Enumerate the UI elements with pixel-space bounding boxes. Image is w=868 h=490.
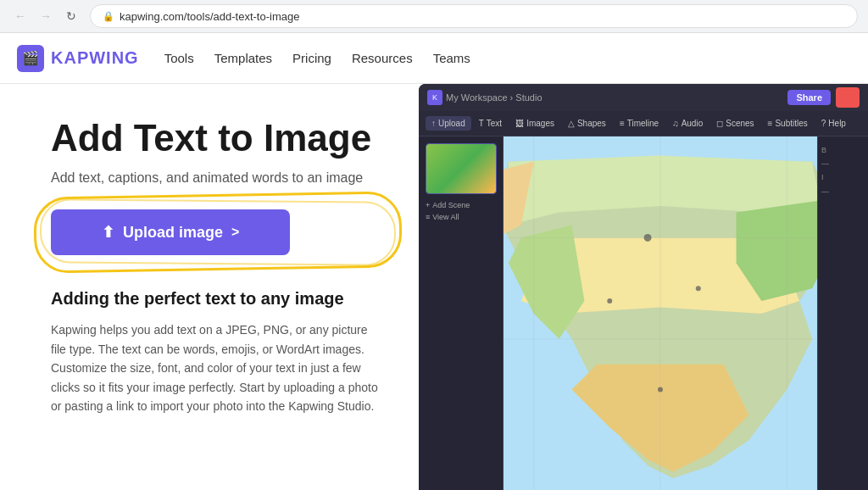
- main-content: Add Text to Image Add text, captions, an…: [0, 84, 868, 490]
- studio-toolbar: ↑ Upload T Text 🖼 Images △ Shapes ≡ T: [419, 111, 868, 136]
- tool-images[interactable]: 🖼 Images: [509, 116, 560, 131]
- subtitles-tool-icon: ≡: [768, 119, 773, 128]
- studio-body: + Add Scene ≡ View All: [419, 136, 868, 490]
- tool-subtitles-label: Subtitles: [775, 119, 807, 128]
- shapes-tool-icon: △: [568, 119, 575, 128]
- scenes-tool-icon: ◻: [716, 119, 723, 128]
- sidebar-actions: + Add Scene ≡ View All: [426, 199, 496, 223]
- svg-point-6: [644, 234, 652, 242]
- right-section: K My Workspace › Studio Share ↑ Upload T…: [419, 84, 868, 490]
- nav-link-resources[interactable]: Resources: [352, 51, 413, 65]
- svg-point-8: [696, 286, 701, 291]
- feature-section-body: Kapwing helps you add text on a JPEG, PN…: [51, 320, 385, 415]
- map-background: [504, 136, 817, 490]
- add-scene-button[interactable]: + Add Scene: [426, 199, 496, 211]
- nav-link-tools[interactable]: Tools: [164, 51, 194, 65]
- upload-button-label: Upload image: [123, 224, 223, 242]
- lock-icon: 🔒: [103, 11, 114, 22]
- logo-area: 🎬 KAPWING: [17, 45, 139, 72]
- tool-scenes[interactable]: ◻ Scenes: [710, 116, 760, 131]
- nav-bar: 🎬 KAPWING Tools Templates Pricing Resour…: [0, 33, 868, 84]
- arrow-icon: >: [231, 225, 239, 240]
- studio-sidebar: + Add Scene ≡ View All: [419, 136, 504, 490]
- tool-text-label: Text: [487, 119, 502, 128]
- tool-upload[interactable]: ↑ Upload: [426, 116, 471, 131]
- tool-images-label: Images: [526, 119, 554, 128]
- nav-links: Tools Templates Pricing Resources Teams: [164, 51, 470, 65]
- tool-audio[interactable]: ♫ Audio: [666, 116, 709, 131]
- nav-link-pricing[interactable]: Pricing: [292, 51, 331, 65]
- workspace-icon: K: [427, 90, 442, 105]
- studio-preview: K My Workspace › Studio Share ↑ Upload T…: [419, 84, 868, 490]
- tool-timeline[interactable]: ≡ Timeline: [614, 116, 665, 131]
- view-all-label: View All: [432, 213, 459, 221]
- tool-shapes-label: Shapes: [577, 119, 606, 128]
- nav-link-templates[interactable]: Templates: [214, 51, 272, 65]
- images-tool-icon: 🖼: [515, 119, 524, 128]
- text-tool-icon: T: [479, 119, 484, 128]
- upload-icon: ⬆: [102, 223, 114, 242]
- map-svg: [504, 136, 817, 490]
- browser-chrome: ← → ↻ 🔒 kapwing.com/tools/add-text-to-im…: [0, 0, 868, 33]
- red-accent-button[interactable]: [836, 87, 860, 108]
- logo-text[interactable]: KAPWING: [51, 48, 139, 68]
- timeline-tool-icon: ≡: [620, 119, 625, 128]
- add-scene-label: Add Scene: [432, 201, 470, 209]
- tool-help[interactable]: ? Help: [815, 116, 852, 131]
- svg-point-9: [658, 387, 663, 393]
- view-all-button[interactable]: ≡ View All: [426, 211, 496, 223]
- tool-help-label: Help: [828, 119, 846, 128]
- address-bar[interactable]: 🔒 kapwing.com/tools/add-text-to-image: [90, 4, 858, 28]
- svg-point-7: [607, 298, 612, 303]
- upload-image-button[interactable]: ⬆ Upload image >: [51, 209, 290, 255]
- studio-breadcrumb: K My Workspace › Studio: [427, 90, 542, 105]
- studio-header: K My Workspace › Studio Share: [419, 84, 868, 111]
- left-section: Add Text to Image Add text, captions, an…: [0, 84, 419, 490]
- forward-button[interactable]: →: [36, 6, 56, 26]
- page-subtitle: Add text, captions, and animated words t…: [51, 170, 385, 186]
- scene-thumbnail[interactable]: [426, 143, 497, 194]
- audio-tool-icon: ♫: [672, 119, 679, 128]
- back-button[interactable]: ←: [10, 6, 31, 26]
- tool-shapes[interactable]: △ Shapes: [562, 116, 612, 131]
- add-scene-icon: +: [426, 201, 430, 209]
- view-all-icon: ≡: [426, 213, 430, 221]
- studio-right-panel: B — I —: [817, 136, 868, 490]
- nav-link-teams[interactable]: Teams: [433, 51, 470, 65]
- page-title: Add Text to Image: [51, 118, 385, 159]
- breadcrumb-text: My Workspace › Studio: [446, 92, 542, 103]
- map-image: [504, 136, 817, 490]
- tool-text[interactable]: T Text: [473, 116, 508, 131]
- help-tool-icon: ?: [821, 119, 826, 128]
- nav-buttons: ← → ↻: [10, 6, 81, 26]
- tool-timeline-label: Timeline: [627, 119, 659, 128]
- tool-audio-label: Audio: [682, 119, 704, 128]
- upload-tool-icon: ↑: [431, 119, 436, 128]
- tool-scenes-label: Scenes: [726, 119, 754, 128]
- upload-button-container: ⬆ Upload image >: [51, 209, 385, 255]
- feature-section-title: Adding the perfect text to any image: [51, 289, 385, 309]
- tool-subtitles[interactable]: ≡ Subtitles: [762, 116, 814, 131]
- share-button[interactable]: Share: [787, 90, 831, 105]
- url-text: kapwing.com/tools/add-text-to-image: [120, 10, 299, 23]
- right-panel-content: B — I —: [821, 143, 865, 198]
- logo-icon: 🎬: [17, 45, 44, 72]
- tool-upload-label: Upload: [438, 119, 465, 128]
- studio-canvas: [504, 136, 817, 490]
- browser-toolbar: ← → ↻ 🔒 kapwing.com/tools/add-text-to-im…: [0, 0, 868, 32]
- reload-button[interactable]: ↻: [61, 6, 81, 26]
